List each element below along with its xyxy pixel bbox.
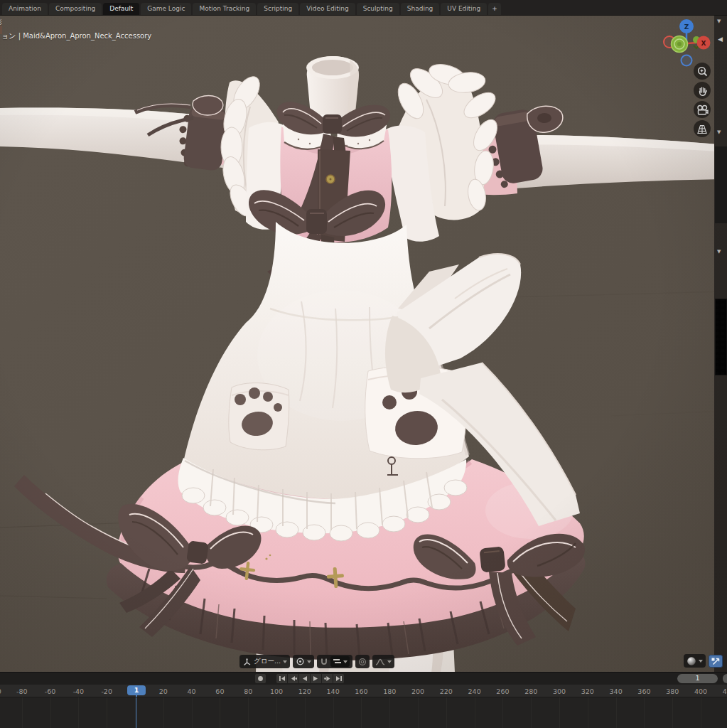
tab-default[interactable]: Default: [103, 3, 139, 15]
grid-icon: [696, 123, 709, 135]
ruler-frame-label: 200: [411, 687, 424, 695]
tab-sculpting[interactable]: Sculpting: [357, 3, 399, 15]
proportional-editing-icon: [358, 658, 367, 666]
timeline-editor: 1 1 -100-80-60-40-2020406080100120140160…: [0, 672, 727, 728]
timeline-gridline: [588, 697, 588, 728]
ruler-frame-label: 340: [610, 687, 623, 695]
tab-uv-editing[interactable]: UV Editing: [441, 3, 487, 15]
ruler-frame-label: 420: [723, 687, 727, 695]
panel-collapse-icon[interactable]: ▼: [717, 249, 721, 255]
record-button[interactable]: [255, 674, 266, 683]
hand-icon: [696, 85, 709, 97]
next-keyframe-icon: [324, 675, 331, 682]
clipped-outliner-mark: [0, 26, 2, 34]
tab-motion-tracking[interactable]: Motion Tracking: [193, 3, 256, 15]
falloff-curve-icon: [375, 658, 385, 666]
current-frame-field[interactable]: 1: [677, 674, 718, 683]
ruler-frame-label: 360: [637, 687, 650, 695]
proportional-falloff-select[interactable]: [372, 655, 394, 668]
record-group: [255, 674, 266, 683]
pivot-point-select[interactable]: [293, 655, 314, 668]
chevron-down-icon: [699, 660, 703, 663]
snap-magnet-icon: [320, 657, 328, 666]
ruler-frame-label: -40: [73, 687, 85, 695]
ruler-frame-label: 40: [188, 687, 196, 695]
timeline-gridline: [276, 697, 277, 728]
orientation-label: グロー...: [254, 657, 281, 666]
tab-animation[interactable]: Animation: [2, 3, 48, 15]
pivot-point-icon: [296, 657, 305, 666]
ruler-frame-label: 220: [440, 687, 453, 695]
timeline-gridline: [644, 697, 645, 728]
tab-compositing[interactable]: Compositing: [49, 3, 102, 15]
current-frame-badge[interactable]: 1: [127, 685, 146, 695]
viewport-header-overlay: 形 ョン | Maid&Apron_Apron_Neck_Accessory: [0, 18, 213, 41]
tab-game-logic[interactable]: Game Logic: [141, 3, 191, 15]
chevron-down-icon: [343, 660, 348, 663]
timeline-gridline: [78, 697, 79, 728]
viewport-3d[interactable]: 形 ョン | Maid&Apron_Apron_Neck_Accessory Z…: [0, 16, 727, 672]
next-keyframe-button[interactable]: [322, 674, 333, 683]
rendered-shading-button[interactable]: [709, 655, 723, 668]
panel-collapse-icon[interactable]: ▼: [717, 18, 721, 24]
overlay-kanji-fragment: 形: [0, 18, 213, 28]
shading-controls: [684, 654, 723, 668]
workspace-tabs: AnimationCompositingDefaultGame LogicMot…: [0, 0, 727, 16]
jump-to-start-button[interactable]: [276, 674, 287, 683]
ruler-frame-label: -60: [45, 687, 56, 695]
ruler-frame-label: -100: [0, 687, 1, 695]
gizmo-axis-neg-z[interactable]: [682, 55, 692, 66]
timeline-header: 1: [0, 672, 727, 685]
transform-orientation-icon: [242, 657, 252, 666]
ruler-frame-label: 140: [327, 687, 340, 695]
play-button[interactable]: [311, 674, 321, 683]
tab-scripting[interactable]: Scripting: [257, 3, 298, 15]
timeline-ruler[interactable]: 1 -100-80-60-40-202040608010012014016018…: [0, 685, 727, 697]
right-panel-sliver: ▼ ◀ ▼ ▼: [714, 16, 727, 672]
ruler-frame-label: -20: [101, 687, 112, 695]
ruler-frame-label: 240: [468, 687, 481, 695]
ruler-frame-label: 160: [355, 687, 367, 695]
ruler-frame-label: 60: [215, 687, 224, 695]
vignette: [0, 16, 727, 672]
snap-target-select[interactable]: [330, 656, 350, 667]
timeline-gridline: [220, 697, 220, 728]
ruler-frame-label: 20: [159, 687, 168, 695]
previous-keyframe-button[interactable]: [288, 674, 298, 683]
tab-add[interactable]: +: [488, 3, 501, 15]
shading-sphere-icon: [686, 656, 696, 666]
transform-orientation-select[interactable]: グロー...: [239, 655, 290, 668]
chevron-down-icon: [283, 660, 287, 663]
scene-render[interactable]: [0, 16, 727, 672]
end-frame-field-clipped[interactable]: [723, 674, 727, 683]
panel-collapse-icon[interactable]: ▼: [717, 129, 721, 135]
record-icon: [257, 675, 264, 682]
timeline-gridline: [248, 697, 249, 728]
ruler-frame-label: 120: [298, 687, 311, 695]
camera-view-button[interactable]: [694, 101, 711, 118]
timeline-gridline: [192, 697, 193, 728]
proportional-editing-toggle[interactable]: [355, 655, 370, 668]
svg-text:X: X: [701, 40, 706, 47]
svg-text:Z: Z: [684, 23, 689, 31]
toggle-perspective-button[interactable]: [694, 120, 711, 137]
previous-keyframe-icon: [290, 675, 297, 682]
timeline-body[interactable]: [0, 697, 727, 728]
zoom-button[interactable]: [694, 63, 711, 80]
timeline-gridline: [305, 697, 306, 728]
play-reverse-button[interactable]: [299, 674, 310, 683]
playback-controls: [276, 674, 344, 683]
ruler-frame-label: -80: [16, 687, 28, 695]
snapping-controls[interactable]: [317, 655, 352, 668]
tab-video-editing[interactable]: Video Editing: [300, 3, 355, 15]
jump-to-end-button[interactable]: [333, 674, 344, 683]
panel-expand-arrow-icon[interactable]: ◀: [718, 36, 723, 43]
tab-shading[interactable]: Shading: [401, 3, 440, 15]
viewport-shading-select[interactable]: [684, 654, 706, 668]
blender-window: AnimationCompositingDefaultGame LogicMot…: [0, 0, 727, 728]
viewport-toolbar: グロー...: [239, 655, 394, 668]
ruler-frame-label: 180: [383, 687, 396, 695]
pan-button[interactable]: [694, 82, 711, 99]
timeline-gridline: [559, 697, 560, 728]
timeline-gridline: [389, 697, 390, 728]
